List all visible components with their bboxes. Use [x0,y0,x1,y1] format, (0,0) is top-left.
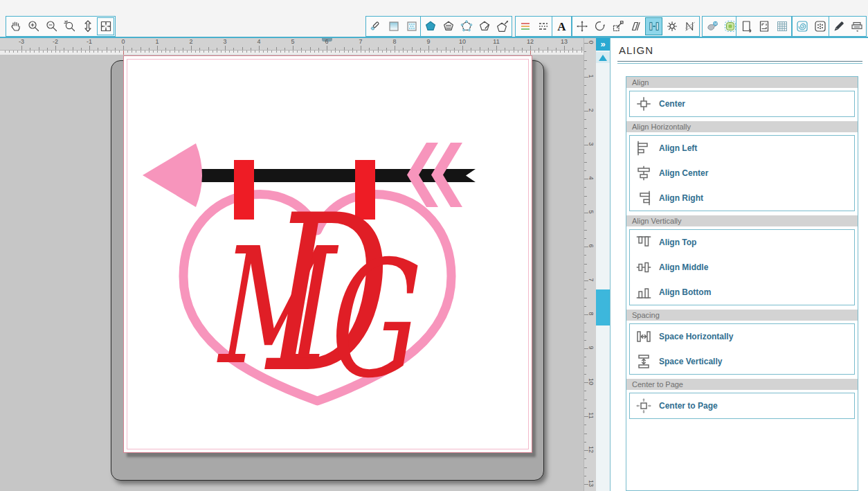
zoom-selection-icon [63,19,77,33]
page-setup-button[interactable] [737,17,754,35]
center-to-page-label: Center to Page [659,401,718,411]
transform-move-button[interactable] [573,17,590,35]
send-to-cutter-icon [850,19,864,33]
transform-scale-button[interactable] [609,17,626,35]
line-dash-style-icon [536,19,550,33]
align-top-button[interactable]: Align Top [630,230,854,255]
fill-pattern-button[interactable] [403,17,420,35]
section-box-center-to-page: Center to Page [629,393,855,419]
design-canvas[interactable]: M D G [124,56,532,452]
pixscan-button[interactable] [811,17,829,35]
design-media-icon [795,19,809,33]
line-color-style-icon [518,19,532,33]
registration-marks-icon [757,19,771,33]
page-setup-icon [739,19,753,33]
grid-settings-button[interactable] [773,17,790,35]
section-header-spacing: Spacing [626,310,858,321]
modify-tool-button[interactable] [663,17,680,35]
space-horizontally-button[interactable]: Space Horizontally [630,324,854,349]
fit-to-page-button[interactable] [97,17,114,35]
line-color-button[interactable] [422,17,439,35]
arrowhead-shape[interactable] [143,143,202,207]
fill-color-button[interactable] [367,17,384,35]
section-box-spacing: Space Horizontally Space Vertically [629,323,855,375]
grid-settings-icon [775,19,789,33]
align-left-icon [634,139,653,157]
space-horizontally-label: Space Horizontally [659,332,733,341]
toolbar-group-arrange [572,16,700,37]
text-style-icon: A [557,21,566,33]
panel-collapse-button[interactable]: » [596,38,610,51]
align-tool-button[interactable] [645,17,662,35]
zoom-out-button[interactable] [43,17,60,35]
zoom-selection-button[interactable] [61,17,78,35]
toolbar-group-send [829,16,867,37]
sketch-effect-button[interactable] [476,17,493,35]
pan-tool-button[interactable] [7,17,24,35]
stamp-effect-icon: M [705,19,719,33]
section-header-align: Align [626,77,858,88]
send-pen-button[interactable] [830,17,847,35]
toolbar-group-media [792,16,830,37]
toolbar-group-text: A [552,16,572,37]
align-right-button[interactable]: Align Right [630,186,854,211]
space-vertically-button[interactable]: Space Vertically [630,349,854,374]
section-box-align-vertically: Align Top Align Middle Align Bottom [629,229,855,305]
scrollbar-thumb[interactable] [596,289,610,325]
modify-tool-icon [665,19,679,33]
line-style-advanced-button[interactable] [440,17,457,35]
align-center-button[interactable]: Align Center [630,161,854,186]
line-dash-style-button[interactable] [534,17,552,35]
offset-shape-button[interactable] [494,17,511,35]
section-header-center-to-page: Center to Page [626,379,858,390]
align-top-icon [634,233,653,251]
scroll-up-button[interactable] [596,52,610,63]
align-bottom-button[interactable]: Align Bottom [630,280,854,305]
zoom-in-button[interactable] [25,17,42,35]
panel-title-underline-accent [617,63,862,64]
design-page[interactable]: M D G [123,55,532,453]
transform-rotate-button[interactable] [591,17,608,35]
edit-points-button[interactable] [458,17,475,35]
align-center-label: Align Center [659,168,708,178]
send-to-cutter-button[interactable] [848,17,865,35]
vertical-scrollbar[interactable]: » [596,38,610,491]
drag-zoom-button[interactable] [79,17,96,35]
hanger-strap-left[interactable] [234,160,254,220]
align-left-button[interactable]: Align Left [630,136,854,161]
space-vertically-label: Space Vertically [659,357,722,366]
align-middle-icon [634,258,653,276]
align-right-icon [634,189,653,207]
panel-title: ALIGN [619,44,653,56]
zoom-out-icon [45,19,59,33]
toolbar-group-effects: M [702,16,740,37]
space-horizontally-icon [634,328,653,346]
align-middle-button[interactable]: Align Middle [630,255,854,280]
transform-scale-icon [611,19,625,33]
horizontal-ruler: -3-2-1012345678910111213 [0,38,584,51]
center-button[interactable]: Center [630,91,854,116]
section-box-align-horizontally: Align Left Align Center Align Right [629,135,855,211]
toolbar-group-shape [420,16,512,37]
line-style-advanced-icon [442,19,455,33]
align-right-label: Align Right [659,193,703,203]
text-style-button[interactable]: A [553,17,570,35]
panel-title-underline [617,61,862,62]
center-to-page-button[interactable]: Center to Page [630,393,854,418]
section-header-align-horizontally: Align Horizontally [626,121,858,132]
nesting-tool-button[interactable] [681,17,698,35]
toolbar-group-line [515,16,553,37]
pan-hand-icon [9,19,23,33]
line-color-style-button[interactable] [516,17,534,35]
registration-marks-button[interactable] [755,17,772,35]
toolbar-group-page [736,16,792,37]
toolbar-group-view [6,16,116,37]
align-tool-icon [647,19,661,33]
design-media-button[interactable] [793,17,811,35]
transform-shear-button[interactable] [627,17,644,35]
pixscan-icon [813,19,827,33]
transform-rotate-icon [593,19,607,33]
fill-gradient-button[interactable] [385,17,402,35]
stamp-effect-button[interactable]: M [703,17,721,35]
drag-zoom-icon [81,19,95,33]
